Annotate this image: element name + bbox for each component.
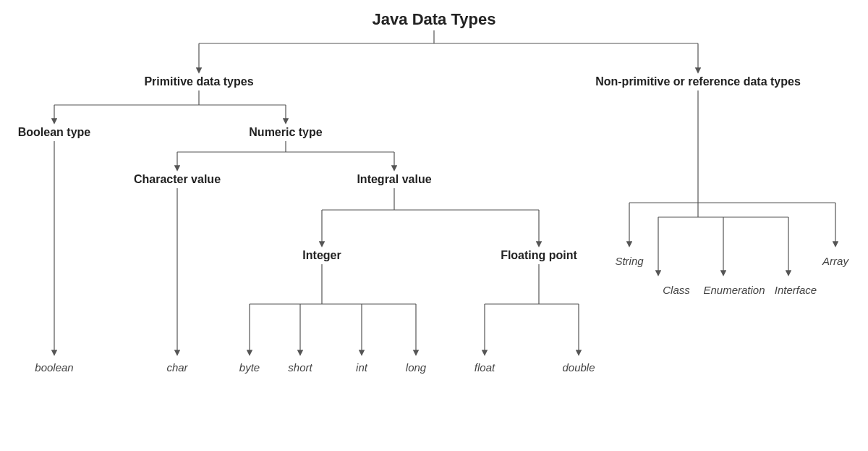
leaf-char: char (166, 361, 187, 374)
diagram-title: Java Data Types (373, 10, 496, 29)
leaf-byte: byte (239, 361, 260, 374)
diagram-connectors (0, 0, 868, 451)
leaf-enumeration: Enumeration (703, 284, 765, 296)
leaf-boolean: boolean (35, 361, 73, 374)
leaf-short: short (288, 361, 312, 374)
node-integral-value: Integral value (357, 173, 431, 186)
leaf-interface: Interface (775, 284, 817, 296)
node-boolean-type: Boolean type (18, 126, 90, 139)
leaf-string: String (615, 255, 643, 267)
node-primitive: Primitive data types (144, 75, 253, 88)
node-character-value: Character value (134, 173, 221, 186)
leaf-long: long (406, 361, 426, 374)
node-integer: Integer (302, 249, 341, 262)
node-numeric-type: Numeric type (249, 126, 322, 139)
leaf-array: Array (822, 255, 848, 267)
node-nonprimitive: Non-primitive or reference data types (595, 75, 801, 88)
leaf-float: float (475, 361, 495, 374)
leaf-class: Class (663, 284, 690, 296)
leaf-int: int (356, 361, 367, 374)
node-floating-point: Floating point (501, 249, 577, 262)
leaf-double: double (562, 361, 595, 374)
